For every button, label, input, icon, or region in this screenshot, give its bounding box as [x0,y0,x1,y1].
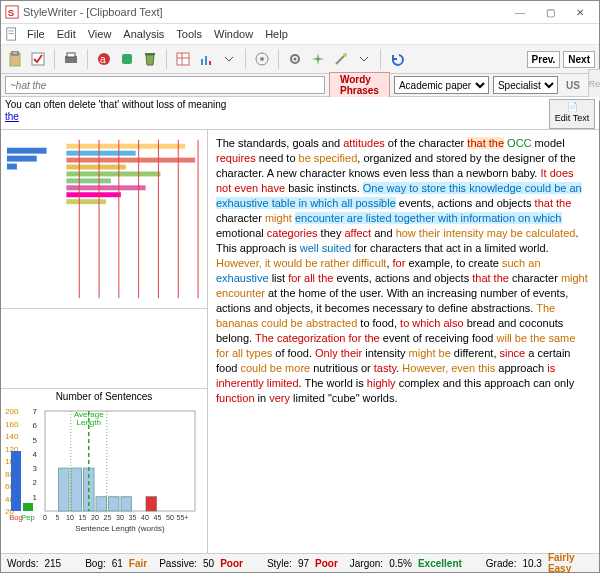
text-segment: model [532,137,565,149]
jargon-rating: Excellent [418,558,462,569]
style-rating: Poor [315,558,338,569]
svg-text:2: 2 [33,478,38,487]
svg-text:35: 35 [129,514,137,521]
text-segment: highly [367,377,396,389]
svg-text:30: 30 [116,514,124,521]
svg-rect-13 [145,53,155,55]
region-label: US [562,80,584,91]
passive-rating: Poor [220,558,243,569]
text-segment: events, actions and objects [396,197,535,209]
print-icon[interactable] [61,49,81,69]
svg-text:10: 10 [66,514,74,521]
svg-text:160: 160 [5,420,19,429]
svg-text:S: S [8,7,15,18]
clipboard-icon[interactable] [5,49,25,69]
menu-tools[interactable]: Tools [170,26,208,42]
pattern-input[interactable] [5,76,325,94]
menu-analysis[interactable]: Analysis [117,26,170,42]
svg-text:3: 3 [33,464,38,473]
svg-rect-36 [66,192,120,197]
prev-button[interactable]: Prev. [527,51,561,68]
text-segment: that the [472,272,509,284]
style-value: 97 [298,558,309,569]
svg-text:25: 25 [104,514,112,521]
wand-icon[interactable] [331,49,351,69]
text-segment: how their intensity may be calculated [396,227,576,239]
maximize-button[interactable]: ▢ [535,2,565,22]
text-segment: such an [502,257,541,269]
text-segment: However, it would be rather difficult [216,257,386,269]
svg-rect-35 [66,185,145,190]
svg-point-21 [260,57,264,61]
text-segment: attitudes [343,137,385,149]
undo-icon[interactable] [387,49,407,69]
dropdown-icon[interactable] [219,49,239,69]
minimize-button[interactable]: — [505,2,535,22]
menu-window[interactable]: Window [208,26,259,42]
sparkle-icon[interactable] [308,49,328,69]
chart-icon[interactable] [196,49,216,69]
app-icon: S [5,5,19,19]
text-segment: well suited [300,242,351,254]
text-segment: The standards, goals and [216,137,343,149]
chart-title: Number of Sentences [3,391,205,402]
svg-rect-37 [66,199,106,204]
grade-value: 10.3 [522,558,541,569]
svg-text:1: 1 [33,493,38,502]
task-select[interactable]: Specialist [493,76,558,94]
svg-text:4: 4 [33,450,38,459]
document-text[interactable]: The standards, goals and attitudes of th… [208,130,599,553]
next-button[interactable]: Next [563,51,595,68]
svg-text:55+: 55+ [177,514,189,521]
text-segment: The categorization for the [255,332,380,344]
svg-rect-9 [67,53,75,57]
trash-icon[interactable] [140,49,160,69]
target-icon[interactable] [252,49,272,69]
svg-rect-29 [66,144,185,149]
text-segment: basic instincts. [285,182,363,194]
grid-icon[interactable] [173,49,193,69]
dropdown2-icon[interactable] [354,49,374,69]
menu-edit[interactable]: Edit [51,26,82,42]
text-segment: character [509,272,561,284]
text-segment: However, even this [402,362,495,374]
svg-text:Length: Length [77,418,101,427]
gear-icon[interactable] [285,49,305,69]
menu-help[interactable]: Help [259,26,294,42]
svg-rect-12 [122,54,132,64]
close-button[interactable]: ✕ [565,2,595,22]
menu-file[interactable]: File [21,26,51,42]
text-segment: need to [256,152,299,164]
tip-line1: You can often delete 'that' without loss… [5,99,549,111]
window-title: StyleWriter - [Clipboard Text] [23,6,505,18]
svg-text:20: 20 [91,514,99,521]
edit-text-button[interactable]: 📄Edit Text [549,99,595,129]
text-segment: OCC [507,137,531,149]
svg-rect-17 [201,59,203,65]
bog-label: Bog: [85,558,106,569]
style-b-icon[interactable] [117,49,137,69]
proof-icon[interactable] [28,49,48,69]
text-segment: character [216,212,265,224]
text-segment: might [265,212,292,224]
audience-select[interactable]: Academic paper [394,76,489,94]
svg-text:5: 5 [33,436,38,445]
svg-text:Pep: Pep [21,513,34,522]
grade-rating: Fairly Easy [548,552,593,573]
menu-view[interactable]: View [82,26,118,42]
title-bar: S StyleWriter - [Clipboard Text] — ▢ ✕ [1,1,599,24]
text-segment: example, to create [405,257,502,269]
text-segment: might be [409,347,451,359]
svg-rect-6 [12,51,18,55]
svg-rect-30 [66,151,135,156]
svg-rect-64 [71,468,82,511]
text-segment: Only their [315,347,362,359]
text-segment: for characters that act in a limited wor… [351,242,548,254]
svg-rect-94 [23,503,33,511]
menu-bar: FileEditViewAnalysisToolsWindowHelp [1,24,599,45]
text-segment: that the [535,197,572,209]
style-a-icon[interactable]: a [94,49,114,69]
svg-rect-31 [66,158,195,163]
text-segment: for [393,257,406,269]
bog-rating: Fair [129,558,147,569]
